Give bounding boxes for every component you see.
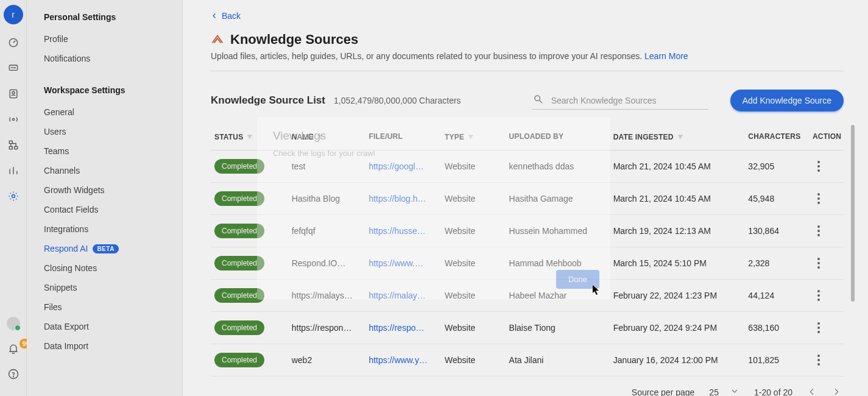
modal-title: View Logs bbox=[273, 129, 595, 143]
cell-date: March 15, 2024 5:10 PM bbox=[610, 247, 745, 280]
per-page-label: Source per page bbox=[632, 387, 695, 396]
workspace-avatar[interactable]: r bbox=[4, 5, 23, 24]
search-input[interactable] bbox=[550, 95, 707, 106]
nav-growth-widgets[interactable]: Growth Widgets bbox=[44, 180, 182, 200]
nav-closing-notes[interactable]: Closing Notes bbox=[44, 258, 182, 278]
back-label: Back bbox=[222, 11, 241, 21]
cell-uploaded-by: Blaise Tiong bbox=[506, 312, 610, 344]
nav-files[interactable]: Files bbox=[44, 297, 182, 317]
nav-respond-ai[interactable]: Respond AI BETA bbox=[44, 239, 182, 258]
chevron-down-icon bbox=[730, 386, 739, 396]
back-link[interactable]: Back bbox=[211, 11, 844, 21]
cell-date: March 21, 2024 10:45 AM bbox=[610, 150, 745, 183]
svg-point-8 bbox=[12, 195, 15, 198]
nav-snippets[interactable]: Snippets bbox=[44, 278, 182, 297]
page-range: 1-20 of 20 bbox=[754, 387, 792, 396]
settings-sidebar: Personal Settings Profile Notifications … bbox=[27, 0, 183, 396]
cell-type: Website bbox=[441, 344, 506, 377]
row-actions-button[interactable] bbox=[813, 256, 825, 270]
sort-icon bbox=[245, 132, 254, 141]
learn-more-link[interactable]: Learn More bbox=[644, 51, 688, 61]
cell-characters: 130,864 bbox=[744, 215, 809, 247]
cell-date: January 16, 2024 12:00 PM bbox=[610, 344, 745, 377]
cell-characters: 101,825 bbox=[744, 344, 809, 377]
page-title: Knowledge Sources bbox=[230, 32, 358, 48]
search-wrapper bbox=[532, 91, 708, 110]
svg-point-3 bbox=[12, 91, 14, 94]
nav-data-import[interactable]: Data Import bbox=[44, 336, 182, 356]
row-actions-button[interactable] bbox=[813, 191, 825, 206]
reports-icon[interactable] bbox=[6, 163, 21, 178]
cell-type: Website bbox=[441, 312, 506, 344]
help-icon[interactable] bbox=[6, 367, 21, 381]
section-personal-header: Personal Settings bbox=[44, 12, 182, 22]
status-badge: Completed bbox=[214, 320, 264, 335]
row-actions-button[interactable] bbox=[813, 159, 825, 174]
cursor-pointer-icon bbox=[592, 285, 601, 295]
table-row: Completedweb2https://www.y…WebsiteAta Ji… bbox=[211, 344, 844, 377]
nav-users[interactable]: Users bbox=[44, 122, 182, 141]
nav-integrations[interactable]: Integrations bbox=[44, 219, 182, 239]
workflow-icon[interactable] bbox=[6, 138, 21, 152]
cell-characters: 32,905 bbox=[744, 150, 809, 183]
sort-icon bbox=[676, 132, 685, 141]
cell-file-link[interactable]: https://respo… bbox=[365, 312, 441, 344]
cell-date: March 19, 2024 12:13 AM bbox=[610, 215, 745, 247]
row-actions-button[interactable] bbox=[813, 288, 825, 303]
row-actions-button[interactable] bbox=[813, 224, 825, 238]
user-avatar[interactable] bbox=[7, 317, 20, 330]
nav-profile[interactable]: Profile bbox=[44, 29, 182, 49]
row-actions-button[interactable] bbox=[813, 353, 825, 367]
prev-page-button[interactable] bbox=[807, 387, 817, 397]
cell-date: February 22, 2024 1:23 PM bbox=[610, 280, 745, 312]
cell-uploaded-by: Ata Jilani bbox=[506, 344, 610, 377]
cell-characters: 45,948 bbox=[744, 183, 809, 215]
search-icon bbox=[533, 94, 544, 107]
per-page-select[interactable]: 25 bbox=[709, 386, 739, 396]
notifications-icon[interactable]: 99+ bbox=[6, 341, 21, 356]
beta-badge: BETA bbox=[93, 244, 118, 253]
cell-name: web2 bbox=[288, 344, 365, 377]
nav-channels[interactable]: Channels bbox=[44, 161, 182, 180]
cell-characters: 2,328 bbox=[744, 247, 809, 280]
row-actions-button[interactable] bbox=[813, 320, 825, 335]
col-characters: CHARACTERS bbox=[744, 125, 809, 150]
character-counter: 1,052,479/80,000,000 Characters bbox=[334, 96, 461, 105]
svg-point-4 bbox=[12, 118, 14, 120]
pagination: Source per page 25 1-20 of 20 bbox=[211, 377, 844, 396]
nav-teams[interactable]: Teams bbox=[44, 141, 182, 161]
nav-general[interactable]: General bbox=[44, 102, 182, 122]
cell-characters: 638,160 bbox=[744, 312, 809, 344]
nav-notifications[interactable]: Notifications bbox=[44, 49, 182, 68]
section-workspace-header: Workspace Settings bbox=[44, 85, 182, 95]
status-badge: Completed bbox=[214, 353, 264, 367]
icon-rail: r 99+ bbox=[0, 0, 27, 396]
cell-file-link[interactable]: https://www.y… bbox=[365, 344, 441, 377]
knowledge-sources-icon bbox=[211, 32, 224, 48]
view-logs-modal: View Logs Check the logs for your crawl … bbox=[257, 117, 610, 300]
add-knowledge-source-button[interactable]: Add Knowledge Source bbox=[730, 90, 844, 111]
cell-name: https://respon… bbox=[288, 312, 365, 344]
settings-icon[interactable] bbox=[6, 189, 21, 203]
contacts-icon[interactable] bbox=[6, 87, 21, 101]
svg-rect-5 bbox=[9, 141, 12, 143]
nav-respond-ai-label: Respond AI bbox=[44, 244, 88, 253]
svg-point-10 bbox=[13, 377, 13, 377]
broadcast-icon[interactable] bbox=[6, 112, 21, 127]
cell-date: February 02, 2024 9:24 PM bbox=[610, 312, 745, 344]
messages-icon[interactable] bbox=[6, 61, 21, 76]
scrollbar[interactable] bbox=[851, 125, 855, 302]
table-row: Completedhttps://respon…https://respo…We… bbox=[211, 312, 844, 344]
nav-data-export[interactable]: Data Export bbox=[44, 317, 182, 336]
col-date[interactable]: DATE INGESTED bbox=[610, 125, 745, 150]
page-description: Upload files, articles, help guides, URL… bbox=[211, 51, 844, 61]
modal-subtitle: Check the logs for your crawl bbox=[273, 149, 595, 158]
svg-rect-6 bbox=[14, 147, 17, 149]
next-page-button[interactable] bbox=[831, 387, 841, 397]
cell-characters: 44,124 bbox=[744, 280, 809, 312]
svg-rect-7 bbox=[9, 147, 12, 149]
dashboard-icon[interactable] bbox=[6, 35, 21, 50]
nav-contact-fields[interactable]: Contact Fields bbox=[44, 200, 182, 219]
col-action: ACTION bbox=[809, 125, 844, 150]
list-title: Knowledge Source List bbox=[211, 94, 325, 107]
